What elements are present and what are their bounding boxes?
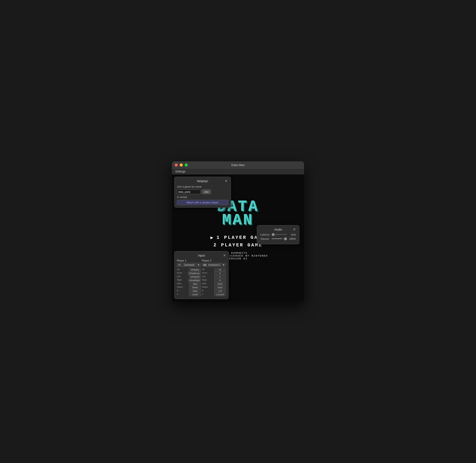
join-button[interactable]: Join [202, 189, 211, 194]
player1-mapping-table: UpDPadUp DownDPadDown LeftDPadLeft Right… [177, 268, 201, 296]
netplay-close-button[interactable]: ✕ [224, 179, 228, 183]
input-close-button[interactable]: ✕ [223, 253, 226, 257]
latency-fill [275, 234, 276, 235]
game-name-input[interactable] [177, 189, 201, 194]
minimize-button[interactable] [180, 163, 183, 167]
menu-arrow: ▶ [210, 235, 214, 240]
table-row: UpDPadUp [177, 268, 201, 271]
volume-row: Volume 100% [260, 237, 296, 240]
player2-device-name: Keyboard 2 [208, 264, 220, 266]
player2-chevron-icon: ▼ [222, 264, 225, 266]
table-row: BWest [177, 289, 201, 293]
table-row: RightD [202, 279, 226, 282]
table-row: DownS [202, 272, 226, 275]
close-button[interactable] [175, 163, 178, 167]
table-row: StartKey9 [202, 282, 226, 285]
table-row: BLAlt [202, 289, 226, 293]
volume-value: 100% [288, 237, 296, 240]
table-row: LeftA [202, 275, 226, 278]
volume-fill [272, 238, 282, 239]
maximize-button[interactable] [185, 163, 188, 167]
player2-label: Player 2 [202, 259, 226, 262]
player1-device-select[interactable]: 🎮 Gamepad ▼ [177, 263, 201, 267]
volume-label: Volume [260, 237, 270, 240]
audio-panel: Audio ✕ Latency 1ms Volume [257, 225, 300, 244]
player-columns: Player 1 🎮 Gamepad ▼ UpDPadUp DownDPadDo… [177, 259, 226, 296]
player2-device-select[interactable]: ⌨ Keyboard 2 ▼ [202, 263, 226, 267]
latency-slider-container [272, 233, 287, 236]
netplay-dialog: Netplay! ✕ Join a game by name Join or s… [174, 177, 231, 208]
latency-label: Latency [260, 233, 270, 236]
volume-knob[interactable] [284, 237, 287, 240]
table-row: SelectSelect [177, 286, 201, 289]
input-title: Input [198, 254, 205, 257]
netplay-input-row: Join [177, 189, 228, 194]
player1-column: Player 1 🎮 Gamepad ▼ UpDPadUp DownDPadDo… [177, 259, 201, 296]
menu-bar: Settings [172, 169, 304, 174]
netplay-title-bar: Netplay! ✕ [177, 179, 228, 183]
match-random-button[interactable]: Match with a random player [177, 200, 228, 205]
join-label: Join a game by name [177, 185, 202, 188]
input-title-bar: Input ✕ [177, 254, 226, 257]
netplay-or-row: or simply [177, 196, 228, 198]
table-row: StartStart [177, 282, 201, 285]
traffic-lights [175, 163, 188, 167]
or-simply-label: or simply [177, 196, 187, 198]
netplay-join-row: Join a game by name [177, 185, 228, 188]
latency-row: Latency 1ms [260, 233, 296, 236]
table-row: SelectKey0 [202, 286, 226, 289]
input-panel: Input ✕ Player 1 🎮 Gamepad ▼ UpDPadUp Do… [174, 251, 229, 299]
content-area: DATA MAN ▶ 1 PLAYER GAME 2 PLAYER GAME ©… [172, 174, 304, 302]
table-row: LeftDPadLeft [177, 275, 201, 278]
audio-close-button[interactable]: ✕ [293, 227, 296, 231]
settings-menu[interactable]: Settings [174, 169, 187, 174]
player1-label: Player 1 [177, 259, 201, 262]
table-row: DownDPadDown [177, 272, 201, 275]
keyboard-icon: ⌨ [203, 264, 206, 266]
player2-mapping-table: UpW DownS LeftA RightD StartKey9 SelectK… [202, 268, 226, 296]
main-window: Data Man Settings DATA MAN ▶ 1 PLAYER GA… [172, 161, 304, 302]
audio-title-bar: Audio ✕ [260, 228, 296, 231]
player1-chevron-icon: ▼ [197, 264, 200, 266]
latency-knob[interactable] [272, 233, 275, 236]
gamepad-icon: 🎮 [178, 264, 181, 266]
table-row: ALControl [202, 293, 226, 296]
netplay-title: Netplay! [197, 179, 208, 183]
latency-track[interactable] [275, 234, 287, 235]
volume-track[interactable] [272, 238, 283, 239]
table-row: RightDPadRight [177, 279, 201, 282]
audio-title: Audio [274, 228, 282, 231]
title-bar: Data Man [172, 161, 304, 169]
window-title: Data Man [231, 163, 245, 167]
table-row: ASouth [177, 293, 201, 296]
player1-device-name: Gamepad [184, 264, 194, 266]
player2-column: Player 2 ⌨ Keyboard 2 ▼ UpW DownS LeftA … [202, 259, 226, 296]
volume-slider-container [272, 237, 287, 240]
table-row: UpW [202, 268, 226, 271]
latency-value: 1ms [288, 233, 296, 236]
